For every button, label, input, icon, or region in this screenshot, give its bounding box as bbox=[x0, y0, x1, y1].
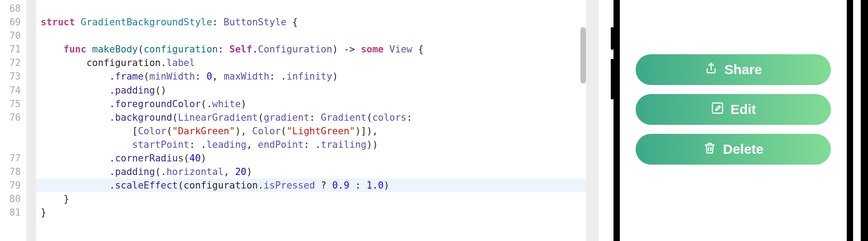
line-number bbox=[0, 138, 26, 151]
pane-divider[interactable] bbox=[586, 0, 599, 241]
line-number: 70 bbox=[0, 29, 26, 43]
phone-side-button bbox=[611, 27, 613, 50]
line-number: 81 bbox=[0, 206, 26, 219]
edit-icon bbox=[711, 101, 724, 118]
xcode-window: 6869707172737475767778798081 struct Grad… bbox=[0, 0, 868, 241]
code-line[interactable]: [Color("DarkGreen"), Color("LightGreen")… bbox=[36, 124, 586, 138]
edit-button[interactable]: Edit bbox=[636, 94, 831, 125]
line-number: 80 bbox=[0, 192, 26, 206]
share-button[interactable]: Share bbox=[636, 54, 831, 85]
vertical-scrollbar[interactable] bbox=[580, 27, 586, 84]
code-line[interactable] bbox=[36, 2, 586, 15]
line-number bbox=[0, 124, 26, 138]
code-line[interactable]: } bbox=[36, 206, 586, 219]
line-number: 79 bbox=[0, 179, 26, 192]
button-label: Edit bbox=[731, 102, 756, 117]
code-line[interactable]: .scaleEffect(configuration.isPressed ? 0… bbox=[36, 179, 586, 192]
line-number: 71 bbox=[0, 43, 26, 56]
line-number-gutter: 6869707172737475767778798081 bbox=[0, 0, 26, 241]
swiftui-preview-canvas: Share Edit Delete bbox=[599, 0, 868, 241]
line-number: 72 bbox=[0, 56, 26, 70]
button-label: Delete bbox=[723, 142, 764, 157]
code-line[interactable]: .padding() bbox=[36, 84, 586, 97]
code-line[interactable]: .cornerRadius(40) bbox=[36, 151, 586, 165]
line-number: 76 bbox=[0, 111, 26, 124]
iphone-simulator: Share Edit Delete bbox=[613, 0, 853, 241]
fold-ribbon[interactable] bbox=[26, 0, 36, 241]
phone-side-button bbox=[611, 59, 613, 99]
code-line[interactable]: } bbox=[36, 192, 586, 206]
line-number: 77 bbox=[0, 151, 26, 165]
line-number: 68 bbox=[0, 2, 26, 15]
share-icon bbox=[704, 61, 718, 78]
line-number: 74 bbox=[0, 84, 26, 97]
line-number: 75 bbox=[0, 97, 26, 111]
delete-button[interactable]: Delete bbox=[636, 134, 831, 165]
code-line[interactable]: .padding(.horizontal, 20) bbox=[36, 165, 586, 179]
code-area[interactable]: struct GradientBackgroundStyle: ButtonSt… bbox=[36, 0, 586, 241]
line-number: 78 bbox=[0, 165, 26, 179]
code-line[interactable]: startPoint: .leading, endPoint: .trailin… bbox=[36, 138, 586, 151]
preview-content: Share Edit Delete bbox=[620, 0, 847, 165]
line-number: 69 bbox=[0, 15, 26, 29]
code-line[interactable]: .background(LinearGradient(gradient: Gra… bbox=[36, 111, 586, 124]
code-line[interactable]: func makeBody(configuration: Self.Config… bbox=[36, 43, 586, 56]
code-line[interactable]: .frame(minWidth: 0, maxWidth: .infinity) bbox=[36, 70, 586, 83]
code-line[interactable]: configuration.label bbox=[36, 56, 586, 70]
code-line[interactable]: struct GradientBackgroundStyle: ButtonSt… bbox=[36, 15, 586, 29]
code-line[interactable]: .foregroundColor(.white) bbox=[36, 97, 586, 111]
preview-right-border bbox=[861, 0, 868, 241]
button-label: Share bbox=[724, 62, 762, 77]
code-editor[interactable]: 6869707172737475767778798081 struct Grad… bbox=[0, 0, 586, 241]
code-line[interactable] bbox=[36, 29, 586, 43]
trash-icon bbox=[703, 141, 717, 158]
line-number: 73 bbox=[0, 70, 26, 83]
